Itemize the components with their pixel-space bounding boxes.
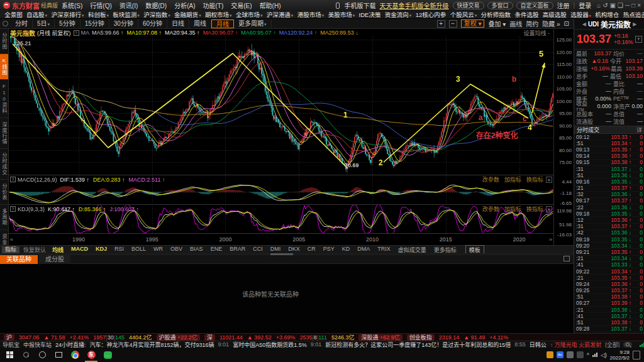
pill-快捷交易[interactable]: 快捷交易 <box>453 2 484 9</box>
nav-item-资金流向[interactable]: 资金流向▾ <box>385 11 412 19</box>
pane-button-改参数[interactable]: 改参数 <box>482 175 499 184</box>
ticker-item[interactable]: 9:01 <box>311 341 322 348</box>
scroll-right-icon[interactable]: » <box>549 236 552 243</box>
indicator-tab-更多指标[interactable]: 更多指标 <box>434 246 457 254</box>
taskbar-search-icon[interactable] <box>18 348 34 362</box>
tool-叠加 ▾[interactable]: 叠加 ▾ <box>488 19 506 28</box>
indicator-tab-均线[interactable]: 均线 <box>52 246 64 254</box>
pane-button-加指标[interactable]: 加指标 <box>504 205 521 213</box>
period-tab-月线[interactable]: 月线 <box>211 19 234 28</box>
indicator-tab-KDJ[interactable]: KDJ <box>96 246 107 254</box>
indicator-tab-RSI[interactable]: RSI <box>114 246 124 254</box>
tray-expand-icon[interactable]: ^ <box>587 352 589 358</box>
taskbar-clock[interactable]: 9:28 2022/5/2 <box>610 349 630 361</box>
sidebar-item-深度行情[interactable]: 深度行情 <box>0 118 8 149</box>
indicator-tab-MACD[interactable]: MACD <box>71 246 88 254</box>
pill-自定义面板[interactable]: 自定义面板 <box>516 2 553 9</box>
menu-资讯(I)[interactable]: 资讯(I) <box>119 1 138 10</box>
tool-+[interactable]: + <box>437 20 445 28</box>
close-icon[interactable]: ✕ <box>546 177 552 183</box>
nav-item-选股器[interactable]: 选股器● <box>570 11 591 19</box>
nav-item-12核心内参[interactable]: 12核心内参 <box>416 11 447 19</box>
nav-item-全球市场[interactable]: 全球市场▾ <box>236 11 263 19</box>
baidu-netdisk-icon[interactable]: du <box>557 351 564 358</box>
task-view-icon[interactable] <box>50 348 67 362</box>
pane-button-加指标[interactable]: 加指标 <box>504 175 521 184</box>
indicator-tab-DMA[interactable]: DMA <box>357 246 370 254</box>
window-control-icon[interactable]: ↺ <box>602 2 608 9</box>
sub-tab-关联品种[interactable]: 关联品种 <box>0 255 38 264</box>
tray-icon[interactable] <box>567 351 574 358</box>
next-symbol-icon[interactable]: ▶ <box>633 21 636 27</box>
tray-icon[interactable] <box>547 351 553 358</box>
indicator-tab-OBV[interactable]: OBV <box>170 246 182 254</box>
mobile-download-link[interactable]: 手机版下载 <box>345 1 376 10</box>
sidebar-item-K线图[interactable]: K线图 <box>0 54 8 80</box>
sub-tab-成分股[interactable]: 成分股 <box>39 255 70 264</box>
sidebar-item-分时成交[interactable]: 分时成交 <box>0 149 8 180</box>
nav-item-沪深指数[interactable]: 沪深指数▾ <box>143 11 170 19</box>
nav-item-个股风云[interactable]: 个股风云▾ <box>450 11 477 19</box>
ticker-item[interactable]: 中报快车站 <box>23 341 52 348</box>
index-chip-沪[interactable]: 沪 <box>4 334 14 341</box>
add-to-watchlist-button[interactable]: + <box>635 36 642 43</box>
ticker-item[interactable]: 8:55 <box>514 341 526 348</box>
main-chart-canvas[interactable] <box>9 36 553 234</box>
eastmoney-app-icon[interactable]: 东 <box>83 348 99 362</box>
indicator-tab-CCI[interactable]: CCI <box>253 246 263 254</box>
sidebar-item-多周期[interactable]: 多周期 <box>0 205 8 230</box>
indicator-tab-KD[interactable]: KD <box>342 246 350 254</box>
sidebar-item-F10资料[interactable]: F10资料 <box>0 80 8 118</box>
menu-系统(S)[interactable]: 系统(S) <box>62 1 82 10</box>
period-tab-日线[interactable]: 日线 <box>167 19 189 28</box>
nav-item-高级选股[interactable]: 高级选股 <box>543 11 567 19</box>
window-control-icon[interactable]: × <box>637 2 641 9</box>
window-control-icon[interactable]: □ <box>631 2 635 9</box>
tool-复权 ▾[interactable]: 复权 ▾ <box>461 19 485 28</box>
window-control-icon[interactable]: ─ <box>625 2 630 9</box>
indicator-tab-BOLL[interactable]: BOLL <box>131 246 146 254</box>
ticker-item[interactable]: [全部] <box>605 341 619 348</box>
flow-chip-沪股通[interactable]: 沪股通 +22.2亿 <box>157 334 200 341</box>
nav-item-机构增仓[interactable]: 机构增仓 <box>595 11 619 19</box>
register-link[interactable]: 注册 <box>557 1 570 10</box>
fund-promo-link[interactable]: 天天基金手机版全新升级 <box>380 1 449 10</box>
pane-button-换指标[interactable]: 换指标 <box>526 205 543 213</box>
tray-icon[interactable] <box>577 351 584 358</box>
sidebar-item-分价表[interactable]: 分价表 <box>0 180 8 205</box>
tool-隐藏 »[interactable]: 隐藏 » <box>542 19 560 28</box>
tool-画线[interactable]: 画线 <box>509 19 522 28</box>
tool-−[interactable]: − <box>449 20 457 28</box>
nav-item-IDE决策[interactable]: IDE决策 <box>359 11 381 19</box>
window-control-icon[interactable]: ❏ <box>618 2 623 9</box>
indicator-tab-ENE[interactable]: ENE <box>211 246 223 254</box>
ticker-item[interactable]: 9:01 <box>218 341 230 348</box>
volume-icon[interactable]: ◁) <box>601 352 607 358</box>
menu-行情(Q)[interactable]: 行情(Q) <box>90 1 111 10</box>
help-icon[interactable]: ? <box>74 30 79 36</box>
network-icon[interactable] <box>592 353 597 357</box>
ticker-item[interactable]: 新冠检测有多火？这家公司一季度赚了143亿！是过去十年利润总和的15倍 <box>325 341 511 348</box>
nav-item-自选股[interactable]: 自选股▾ <box>26 11 47 19</box>
indicator-tab-虚拟成交量[interactable]: 虚拟成交量 <box>398 246 426 254</box>
ma-settings-button[interactable]: 设置均线 - <box>524 29 550 37</box>
index-chip-创业板指[interactable]: 创业板指 <box>407 334 435 341</box>
prev-symbol-icon[interactable]: ◀ <box>582 21 586 27</box>
nav-item-沪深港通[interactable]: 沪深港通▾ <box>267 11 294 19</box>
help-icon[interactable]: ? <box>10 206 16 212</box>
index-chip-深[interactable]: 深 <box>204 334 215 341</box>
indicator-tab-DKX[interactable]: DKX <box>288 246 300 254</box>
ticker-item[interactable]: 24小时直播: <box>55 341 86 348</box>
nav-item-全景图[interactable]: 全景图 <box>4 11 23 19</box>
indicator-tab-TRIX[interactable]: TRIX <box>377 246 391 254</box>
flow-chip-深股通[interactable]: 深股通 +62.9亿 <box>358 334 402 341</box>
menu-帮助(H)[interactable]: 帮助(H) <box>260 1 281 10</box>
nav-item-期权市场[interactable]: 期权市场▾ <box>205 11 232 19</box>
indicator-tab-BRAR[interactable]: BRAR <box>230 246 245 254</box>
nav-item-分析师指数[interactable]: 分析师指数 <box>481 11 511 19</box>
tool-简约[interactable]: 简约 <box>526 19 538 28</box>
reset-default-button[interactable]: 恢复默认 <box>23 246 46 254</box>
ticker-item[interactable]: 导航宝 <box>3 341 19 348</box>
indicator-tab-BIAS[interactable]: BIAS <box>190 246 203 254</box>
menu-交易(E)[interactable]: 交易(E) <box>231 1 252 10</box>
